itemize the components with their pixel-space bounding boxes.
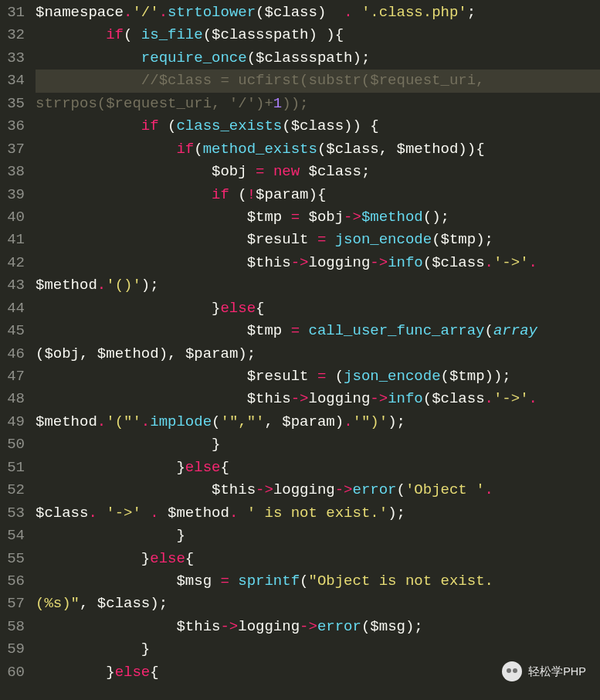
- line-number: 32: [5, 24, 25, 46]
- code-line[interactable]: $obj = new $class;: [36, 161, 600, 183]
- code-line[interactable]: $msg = sprintf("Object is not exist.: [36, 570, 600, 593]
- code-line[interactable]: $method.'()');: [36, 274, 600, 297]
- token-fn: call_user_func_array: [308, 322, 484, 339]
- code-line[interactable]: $tmp = $obj->$method();: [36, 206, 600, 229]
- token-pun: (: [441, 368, 449, 385]
- token-kw: if: [141, 117, 159, 134]
- token-kw: =: [256, 163, 264, 180]
- token-kw: .: [88, 505, 106, 522]
- code-line[interactable]: $this->logging->error('Object '.: [36, 479, 600, 501]
- line-number: 59: [5, 638, 25, 661]
- token-pun: );: [141, 277, 159, 294]
- token-var: $this: [212, 481, 256, 498]
- token-num: 1: [273, 95, 282, 112]
- token-var: $class: [326, 141, 378, 158]
- code-line[interactable]: if (!$param){: [36, 184, 600, 206]
- code-line[interactable]: }else{: [36, 457, 600, 479]
- token-kw: else: [185, 459, 221, 476]
- token-kw: ->: [344, 209, 361, 226]
- token-pun: [36, 368, 247, 385]
- token-kw: .: [124, 4, 132, 21]
- line-number: 54: [5, 525, 25, 547]
- code-line[interactable]: $this->logging->error($msg);: [36, 616, 600, 638]
- code-area[interactable]: $namespace.'/'.strtolower($class) . '.cl…: [32, 0, 600, 700]
- token-var: $param: [282, 413, 334, 430]
- token-pun: [36, 72, 141, 89]
- code-line[interactable]: //$class = ucfirst(substr($request_uri,: [36, 70, 600, 92]
- token-var: $method: [36, 277, 97, 294]
- token-kw: if: [106, 26, 124, 43]
- token-pun: (: [300, 573, 308, 590]
- code-line[interactable]: $class. '->' . $method. ' is not exist.'…: [36, 502, 600, 525]
- token-str: '("': [106, 413, 141, 430]
- token-str: '->': [493, 254, 529, 271]
- token-kw: .: [150, 505, 168, 522]
- token-pun: }: [36, 300, 220, 317]
- token-var: $class: [432, 254, 484, 271]
- token-var: $classspath: [256, 49, 352, 66]
- code-line[interactable]: }else{: [36, 297, 600, 320]
- code-line[interactable]: }: [36, 638, 600, 661]
- token-str: '")': [353, 413, 388, 430]
- token-pun: ));: [485, 368, 511, 385]
- token-pun: [36, 186, 212, 203]
- token-pun: }: [36, 436, 220, 453]
- token-pun: [36, 322, 247, 339]
- token-pun: [36, 26, 106, 43]
- token-pun: ){: [309, 186, 327, 203]
- token-fn: error: [353, 481, 397, 498]
- token-kw: ->: [335, 481, 353, 498]
- code-line[interactable]: ($obj, $method), $param);: [36, 343, 600, 365]
- token-pun: )){: [458, 141, 484, 158]
- token-pun: [36, 231, 247, 248]
- token-pun: ,: [80, 345, 97, 362]
- token-fn: error: [317, 618, 361, 635]
- token-var: logging: [308, 254, 370, 271]
- code-line[interactable]: $result = (json_encode($tmp));: [36, 365, 600, 388]
- line-number: 57: [5, 593, 25, 615]
- line-number: 43: [5, 274, 25, 297]
- token-var: $result: [247, 368, 309, 385]
- token-kw: =: [291, 322, 300, 339]
- code-line[interactable]: $result = json_encode($tmp);: [36, 229, 600, 251]
- code-line[interactable]: }: [36, 525, 600, 547]
- token-kw: .: [344, 4, 361, 21]
- token-kw: .: [485, 390, 493, 407]
- token-fn: strtolower: [168, 4, 256, 21]
- code-line[interactable]: if(method_exists($class, $method)){: [36, 138, 600, 161]
- code-line[interactable]: if( is_file($classspath) ){: [36, 24, 600, 46]
- code-line[interactable]: $namespace.'/'.strtolower($class) . '.cl…: [36, 2, 600, 24]
- token-pun: (: [159, 117, 177, 134]
- token-pun: [308, 231, 317, 248]
- token-kw: new: [273, 163, 300, 180]
- token-pun: );: [476, 231, 493, 248]
- token-var: $tmp: [441, 231, 476, 248]
- code-line[interactable]: strrpos($request_uri, '/')+1));: [36, 93, 600, 115]
- code-line[interactable]: require_once($classspath);: [36, 47, 600, 70]
- token-pun: );: [405, 618, 423, 635]
- code-line[interactable]: $method.'("'.implode('","', $param).'")'…: [36, 411, 600, 433]
- token-kw: ->: [370, 254, 388, 271]
- token-pun: ;: [467, 4, 476, 21]
- token-pun: [141, 505, 150, 522]
- token-pun: (: [397, 481, 405, 498]
- code-line[interactable]: (%s)", $class);: [36, 593, 600, 615]
- token-kw: !: [247, 186, 256, 203]
- token-pun: (: [423, 390, 432, 407]
- token-pun: ();: [423, 209, 449, 226]
- code-line[interactable]: }: [36, 433, 600, 456]
- token-pun: ),: [159, 345, 185, 362]
- code-line[interactable]: }else{: [36, 548, 600, 570]
- token-str: '","': [220, 413, 264, 430]
- token-var: $class: [432, 390, 484, 407]
- code-line[interactable]: $this->logging->info($class.'->'.: [36, 388, 600, 410]
- token-kw: ->: [256, 481, 273, 498]
- code-line[interactable]: if (class_exists($class)) {: [36, 115, 600, 138]
- token-kw: .: [344, 413, 352, 430]
- token-var: $obj: [308, 209, 344, 226]
- code-line[interactable]: $tmp = call_user_func_array(array: [36, 320, 600, 342]
- token-var: $this: [247, 390, 291, 407]
- token-fn: class_exists: [176, 117, 282, 134]
- code-line[interactable]: $this->logging->info($class.'->'.: [36, 252, 600, 274]
- line-number: 40: [5, 206, 25, 229]
